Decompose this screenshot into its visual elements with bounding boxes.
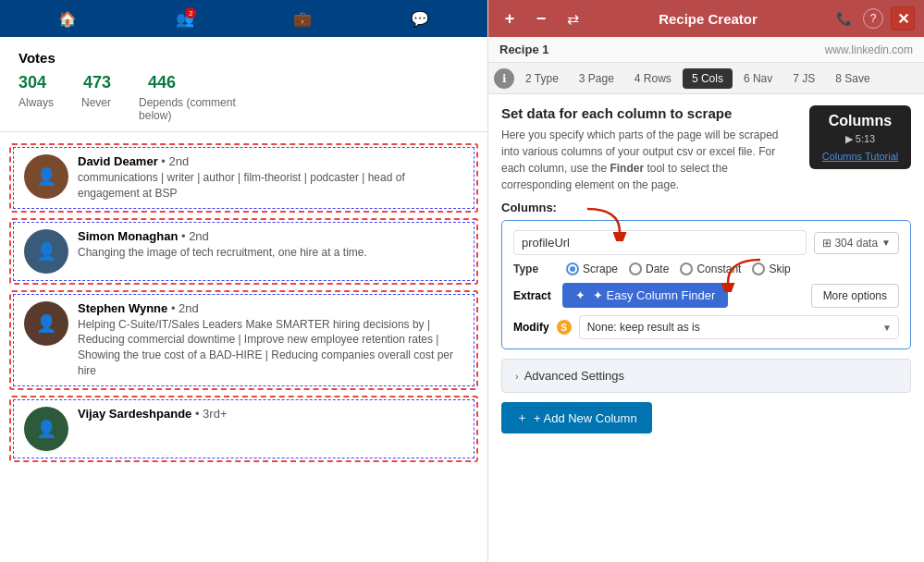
zoom-in-button[interactable]: + bbox=[498, 6, 522, 31]
tabs-row: ℹ 2 Type 3 Page 4 Rows 5 Cols 6 Nav 7 JS… bbox=[488, 63, 924, 94]
label-depends: Depends (comment below) bbox=[139, 96, 250, 122]
recipe-subheader: Recipe 1 www.linkedin.com bbox=[488, 37, 924, 63]
red-arrow-icon bbox=[569, 204, 643, 241]
list-item[interactable]: 👤 David Deamer • 2nd communications | wr… bbox=[9, 143, 478, 213]
swap-arrows-button[interactable]: ⇄ bbox=[561, 6, 585, 31]
finder-bold: Finder bbox=[610, 162, 644, 175]
tab-save[interactable]: 8 Save bbox=[826, 68, 879, 89]
votes-numbers: 304 473 446 bbox=[18, 73, 469, 92]
recipe-header: + − ⇄ Recipe Creator 📞 ? ✕ bbox=[488, 0, 924, 37]
columns-label: Columns: bbox=[501, 201, 911, 214]
vote-always: 304 bbox=[18, 73, 46, 92]
columns-video[interactable]: Columns ▶ 5:13 Columns Tutorial bbox=[809, 105, 911, 169]
data-count-label: ⊞ 304 data bbox=[822, 237, 878, 250]
modify-row: Modify S None: keep result as is ▼ bbox=[513, 315, 899, 339]
tab-js[interactable]: 7 JS bbox=[783, 68, 824, 89]
close-button[interactable]: ✕ bbox=[891, 6, 915, 31]
profile-desc: communications | writer | author | film-… bbox=[78, 170, 463, 202]
modify-select-wrap: None: keep result as is ▼ bbox=[579, 315, 899, 339]
label-always: Always bbox=[18, 96, 54, 122]
column-editor: ⊞ 304 data ▼ Type bbox=[501, 220, 911, 349]
left-panel: 🏠 👥 2 💼 💬 Votes 304 473 446 Always Never… bbox=[0, 0, 487, 562]
constant-radio[interactable] bbox=[680, 263, 693, 275]
extract-label: Extract bbox=[513, 289, 555, 302]
advanced-settings-button[interactable]: › Advanced Settings bbox=[501, 359, 911, 393]
type-date[interactable]: Date bbox=[629, 263, 669, 275]
more-options-button[interactable]: More options bbox=[811, 284, 899, 308]
profile-list: 👤 David Deamer • 2nd communications | wr… bbox=[0, 132, 487, 562]
avatar: 👤 bbox=[24, 407, 68, 451]
avatar: 👤 bbox=[24, 154, 68, 199]
recipe-content: Columns ▶ 5:13 Columns Tutorial Set data… bbox=[488, 94, 924, 562]
recipe-url: www.linkedin.com bbox=[825, 43, 913, 56]
profile-name: David Deamer • 2nd bbox=[78, 154, 463, 168]
avatar: 👤 bbox=[24, 301, 68, 346]
data-count-button[interactable]: ⊞ 304 data ▼ bbox=[814, 232, 899, 254]
tab-type[interactable]: 2 Type bbox=[516, 68, 568, 89]
extract-row: Extract ✦ ✦ Easy Column Finder More opti… bbox=[513, 283, 899, 308]
avatar: 👤 bbox=[24, 229, 68, 274]
votes-labels: Always Never Depends (comment below) bbox=[18, 96, 469, 122]
profile-desc: Changing the image of tech recruitment, … bbox=[78, 245, 463, 261]
plus-icon: ＋ bbox=[516, 409, 528, 426]
easy-finder-button[interactable]: ✦ ✦ Easy Column Finder bbox=[562, 283, 728, 308]
phone-icon[interactable]: 📞 bbox=[832, 6, 856, 31]
profile-name: Vijay Sardeshpande • 3rd+ bbox=[78, 407, 463, 421]
tab-info[interactable]: ℹ bbox=[494, 68, 514, 89]
tab-nav[interactable]: 6 Nav bbox=[734, 68, 782, 89]
modify-select[interactable]: None: keep result as is bbox=[579, 315, 899, 339]
add-column-button[interactable]: ＋ + Add New Column bbox=[501, 402, 652, 434]
tab-cols[interactable]: 5 Cols bbox=[683, 68, 733, 89]
vote-never: 473 bbox=[83, 73, 111, 92]
list-item[interactable]: 👤 Stephen Wynne • 2nd Helping C-Suite/IT… bbox=[9, 290, 478, 390]
right-panel: + − ⇄ Recipe Creator 📞 ? ✕ Recipe 1 www.… bbox=[487, 0, 924, 562]
type-scrape[interactable]: Scrape bbox=[566, 263, 618, 275]
zoom-out-button[interactable]: − bbox=[529, 6, 553, 31]
profile-info: Simon Monaghan • 2nd Changing the image … bbox=[78, 229, 463, 261]
vote-depends: 446 bbox=[148, 73, 176, 92]
tab-rows[interactable]: 4 Rows bbox=[625, 68, 681, 89]
type-label: Type bbox=[513, 263, 555, 275]
home-icon[interactable]: 🏠 bbox=[55, 6, 80, 31]
red-arrow-finder-icon bbox=[705, 255, 779, 292]
profile-info: Vijay Sardeshpande • 3rd+ bbox=[78, 407, 463, 422]
video-link[interactable]: Columns Tutorial bbox=[817, 151, 904, 162]
top-nav: 🏠 👥 2 💼 💬 bbox=[0, 0, 487, 37]
profile-desc: Helping C-Suite/IT/Sales Leaders Make SM… bbox=[78, 317, 463, 379]
modify-icon: S bbox=[557, 320, 572, 335]
date-radio[interactable] bbox=[629, 263, 642, 275]
video-duration: ▶ 5:13 bbox=[817, 133, 904, 145]
tab-page[interactable]: 3 Page bbox=[570, 68, 623, 89]
column-name-input[interactable] bbox=[513, 230, 807, 255]
profile-info: David Deamer • 2nd communications | writ… bbox=[78, 154, 463, 202]
profile-name: Stephen Wynne • 2nd bbox=[78, 301, 463, 315]
modify-label: Modify S bbox=[513, 320, 572, 335]
finder-icon: ✦ bbox=[575, 288, 585, 302]
recipe-label: Recipe 1 bbox=[499, 43, 548, 56]
votes-section: Votes 304 473 446 Always Never Depends (… bbox=[0, 37, 487, 132]
people-badge: 2 bbox=[185, 7, 196, 18]
col-input-row: ⊞ 304 data ▼ bbox=[513, 230, 899, 255]
people-icon[interactable]: 👥 2 bbox=[172, 6, 198, 31]
dropdown-arrow-icon: ▼ bbox=[881, 238, 891, 248]
label-never: Never bbox=[81, 96, 111, 122]
list-item[interactable]: 👤 Vijay Sardeshpande • 3rd+ bbox=[9, 396, 478, 462]
recipe-title: Recipe Creator bbox=[592, 11, 824, 27]
votes-title: Votes bbox=[18, 50, 469, 66]
briefcase-icon[interactable]: 💼 bbox=[290, 6, 315, 31]
help-icon[interactable]: ? bbox=[863, 8, 883, 29]
scrape-radio[interactable] bbox=[566, 263, 579, 275]
chat-icon[interactable]: 💬 bbox=[407, 6, 433, 31]
profile-name: Simon Monaghan • 2nd bbox=[78, 229, 463, 243]
list-item[interactable]: 👤 Simon Monaghan • 2nd Changing the imag… bbox=[9, 218, 478, 285]
profile-info: Stephen Wynne • 2nd Helping C-Suite/IT/S… bbox=[78, 301, 463, 379]
video-title: Columns bbox=[817, 113, 904, 129]
chevron-right-icon: › bbox=[515, 371, 519, 382]
